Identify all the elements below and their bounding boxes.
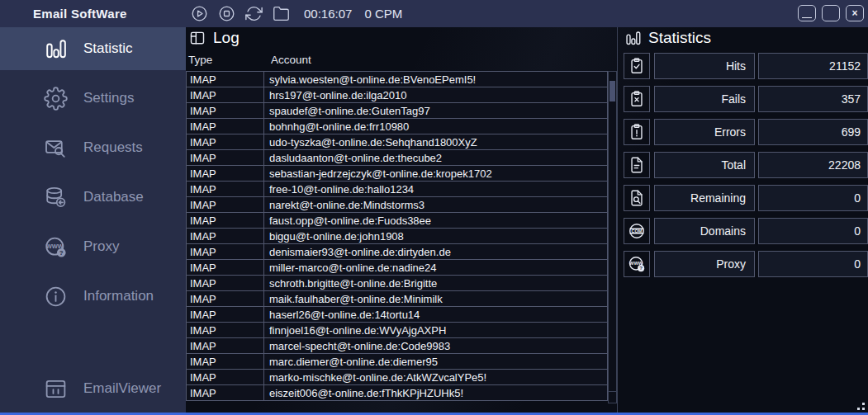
stat-row-fails: Fails 357: [624, 86, 868, 112]
close-button[interactable]: ×: [846, 5, 864, 21]
file-lines-icon: [628, 156, 646, 174]
start-button[interactable]: [190, 5, 208, 23]
file-search-icon: [628, 189, 646, 207]
stop-button[interactable]: [217, 5, 235, 23]
log-row[interactable]: IMAP marcel-specht@t-online.de:Code9983: [186, 337, 608, 354]
log-type-cell: IMAP: [186, 196, 264, 213]
stat-value: 357: [758, 86, 868, 112]
clipboard-check-icon: [628, 57, 646, 75]
sidebar-item-proxy[interactable]: WWW? Proxy: [0, 225, 186, 268]
log-row[interactable]: IMAP sylvia.woesten@t-online.de:BVenoEPe…: [186, 71, 608, 87]
sidebar-item-information[interactable]: Information: [0, 275, 186, 318]
log-type-cell: IMAP: [186, 243, 264, 260]
sidebar-item-database[interactable]: Database: [0, 176, 186, 219]
log-type-cell: IMAP: [186, 87, 264, 103]
log-account-cell: bohnhg@t-online.de:frr10980: [263, 118, 608, 134]
log-row[interactable]: IMAP bohnhg@t-online.de:frr10980: [186, 118, 608, 134]
log-row[interactable]: IMAP udo-tyszka@t-online.de:Sehqhand1800…: [186, 134, 608, 150]
log-row[interactable]: IMAP schroth.brigitte@t-online.de:Brigit…: [186, 275, 608, 291]
bar-chart-icon: [624, 30, 642, 47]
log-row[interactable]: IMAP haserl26@t-online.de:14tortu14: [186, 306, 608, 323]
log-type-cell: IMAP: [186, 275, 264, 291]
log-type-cell: IMAP: [186, 71, 264, 87]
log-row[interactable]: IMAP marko-mischke@t-online.de:AtkWZvcal…: [186, 369, 608, 385]
log-account-cell: sylvia.woesten@t-online.de:BVenoEPemI5!: [263, 71, 608, 87]
stat-label: Total: [654, 152, 755, 178]
stats-rows: Hits 21152 Fails 357 Errors 699 Total 22…: [624, 53, 868, 284]
stat-label: Hits: [654, 53, 755, 79]
resize-grip[interactable]: [862, 408, 865, 410]
log-account-cell: marcel-specht@t-online.de:Code9983: [263, 337, 608, 354]
log-row[interactable]: IMAP denismaier93@t-online.de:dirtyden.d…: [186, 243, 608, 260]
sidebar-item-settings[interactable]: Settings: [0, 77, 186, 120]
log-row[interactable]: IMAP narekt@t-online.de:Mindstorms3: [186, 196, 608, 213]
resize-grip[interactable]: [857, 408, 860, 410]
log-account-cell: dasludaanton@t-online.de:thecube2: [263, 149, 608, 166]
stop-circle-icon: [218, 5, 235, 22]
log-row[interactable]: IMAP sebastian-jedrzejczyk@t-online.de:k…: [186, 165, 608, 182]
log-type-cell: IMAP: [186, 181, 264, 197]
cpm-counter: 0 CPM: [364, 7, 402, 21]
log-type-cell: IMAP: [186, 102, 264, 119]
sidebar-item-requests[interactable]: Requests: [0, 126, 186, 169]
log-row[interactable]: IMAP finnjoel16@t-online.de:WVyAjgAXPH: [186, 322, 608, 338]
close-icon: ×: [851, 8, 857, 18]
log-type-cell: IMAP: [186, 165, 264, 182]
clipboard-x-icon: [628, 90, 646, 108]
stats-panel-title: Statistics: [624, 29, 711, 47]
scrollbar-bottom-cap: [609, 391, 616, 403]
stat-row-domains: COM Domains 0: [624, 218, 868, 244]
svg-text:?: ?: [59, 249, 63, 257]
log-row[interactable]: IMAP marc.diemer@t-online.de:diemer95: [186, 353, 608, 370]
log-account-cell: free-10@t-online.de:hallo1234: [263, 181, 608, 197]
log-row[interactable]: IMAP free-10@t-online.de:hallo1234: [186, 181, 608, 197]
log-account-cell: haserl26@t-online.de:14tortu14: [263, 306, 608, 323]
log-account-cell: marc.diemer@t-online.de:diemer95: [263, 353, 608, 370]
log-type-cell: IMAP: [186, 259, 264, 276]
log-row[interactable]: IMAP dasludaanton@t-online.de:thecube2: [186, 149, 608, 166]
email-software-window: Email SoftWare 00:16:07 0 CPM × Statisti…: [0, 0, 868, 415]
file-lines-icon-box: [624, 152, 650, 178]
log-account-cell: schroth.brigitte@t-online.de:Brigitte: [263, 275, 608, 291]
sidebar-item-statistic[interactable]: Statistic: [0, 27, 186, 70]
log-account-cell: sebastian-jedrzejczyk@t-online.de:kropek…: [263, 165, 608, 182]
log-account-cell: narekt@t-online.de:Mindstorms3: [263, 196, 608, 213]
globe-question-icon: WWW?: [628, 255, 646, 273]
sidebar-item-emailviewer[interactable]: EmailViewer: [0, 367, 186, 410]
log-type-cell: IMAP: [186, 306, 264, 323]
refresh-button[interactable]: [244, 5, 263, 23]
stat-value: 0: [758, 251, 868, 277]
open-folder-button[interactable]: [272, 5, 290, 23]
log-row[interactable]: IMAP spaudef@t-online.de:GutenTag97: [186, 102, 608, 119]
globe-question-icon-box: WWW?: [624, 251, 650, 277]
log-type-cell: IMAP: [186, 384, 264, 401]
log-account-cell: biggu@t-online.de:john1908: [263, 228, 608, 244]
log-account-cell: maik.faulhaber@t-online.de:Minimilk: [263, 290, 608, 307]
stat-label: Fails: [654, 86, 755, 112]
log-row[interactable]: IMAP faust.opp@t-online.de:Fuods38ee: [186, 212, 608, 229]
sidebar: Statistic Settings Requests Database WWW…: [0, 27, 186, 415]
log-row[interactable]: IMAP eiszeit006@t-online.de:fThkKPjHZUHk…: [186, 384, 608, 401]
log-row[interactable]: IMAP hrs197@t-online.de:ilga2010: [186, 87, 608, 103]
log-row[interactable]: IMAP biggu@t-online.de:john1908: [186, 228, 608, 244]
log-type-cell: IMAP: [186, 118, 264, 134]
minimize-button[interactable]: [798, 5, 816, 21]
sidebar-item-label: Database: [83, 189, 144, 205]
resize-grip[interactable]: [862, 403, 865, 405]
maximize-button[interactable]: [822, 5, 840, 21]
log-account-cell: miller-marco@t-online.de:nadine24: [263, 259, 608, 276]
sidebar-item-label: EmailViewer: [83, 380, 161, 397]
clipboard-x-icon-box: [624, 86, 650, 112]
sidebar-item-label: Information: [83, 288, 154, 304]
scrollbar-thumb[interactable]: [609, 81, 615, 101]
email-viewer-icon: [44, 377, 68, 401]
log-row[interactable]: IMAP maik.faulhaber@t-online.de:Minimilk: [186, 290, 608, 307]
globe-question-icon: WWW?: [44, 235, 68, 259]
globe-com-icon-box: COM: [624, 218, 650, 244]
stat-label: Domains: [654, 218, 755, 244]
log-type-cell: IMAP: [186, 353, 264, 370]
log-row[interactable]: IMAP miller-marco@t-online.de:nadine24: [186, 259, 608, 276]
sidebar-item-label: Requests: [83, 139, 143, 156]
log-scrollbar[interactable]: [608, 71, 617, 403]
elapsed-timer: 00:16:07: [304, 7, 352, 21]
